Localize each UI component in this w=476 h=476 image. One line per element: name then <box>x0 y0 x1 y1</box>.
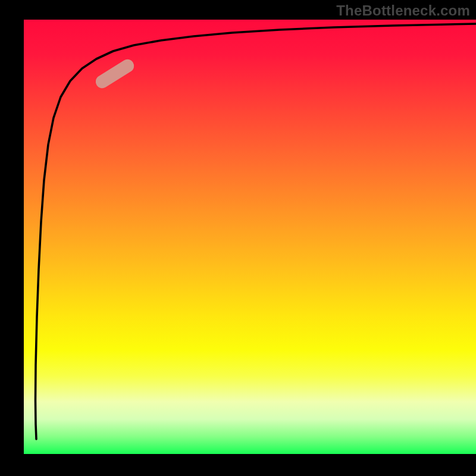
plot-area <box>24 20 476 454</box>
bottleneck-curve <box>24 20 476 454</box>
watermark-text: TheBottleneck.com <box>336 2 470 19</box>
chart-root: TheBottleneck.com <box>0 0 476 476</box>
